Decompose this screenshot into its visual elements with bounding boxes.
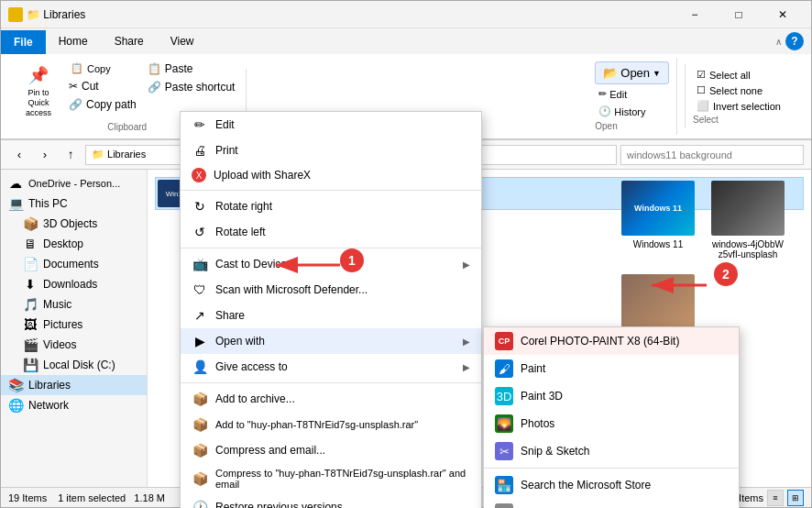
thumb-windows11[interactable]: Windows 11 Windows 11 <box>617 177 699 263</box>
submenu-paint[interactable]: 🖌 Paint <box>484 355 739 382</box>
thumb-windows4jobb[interactable]: windows-4jObbWz5vfI-unsplash <box>707 177 789 263</box>
ctx-add-rar[interactable]: 📦 Add to "huy-phan-T8TNrEid7sg-unsplash.… <box>181 412 481 437</box>
open-button[interactable]: 📂 Open ▼ <box>595 61 669 84</box>
tab-file[interactable]: File <box>1 30 46 54</box>
desktop-icon: 🖥 <box>23 237 38 251</box>
copy-button[interactable]: 📋 Copy <box>65 61 140 76</box>
3d-objects-icon: 📦 <box>23 216 38 231</box>
minimize-button[interactable]: − <box>674 1 716 28</box>
ctx-edit[interactable]: ✏ Edit <box>181 112 481 138</box>
sidebar-item-network[interactable]: 🌐 Network <box>1 395 147 415</box>
ctx-share[interactable]: ↗ Share <box>181 303 481 328</box>
ctx-sharex[interactable]: X Upload with ShareX <box>181 163 481 187</box>
ctx-rotate-left-icon: ↺ <box>192 224 208 240</box>
ctx-restore-versions[interactable]: 🕐 Restore previous versions <box>181 494 481 508</box>
edit-button[interactable]: ✏ Edit <box>595 86 669 102</box>
ctx-scan-defender[interactable]: 🛡 Scan with Microsoft Defender... <box>181 277 481 303</box>
cut-button[interactable]: ✂ Cut <box>65 78 140 94</box>
ctx-share-icon: ↗ <box>192 307 208 324</box>
ctx-print[interactable]: 🖨 Print <box>181 138 481 163</box>
sidebar-item-desktop[interactable]: 🖥 Desktop <box>1 234 147 254</box>
ctx-defender-icon: 🛡 <box>192 282 208 298</box>
sidebar-item-documents[interactable]: 📄 Documents <box>1 254 147 274</box>
copy-path-icon: 🔗 <box>69 98 82 111</box>
sidebar-item-downloads[interactable]: ⬇ Downloads <box>1 274 147 294</box>
tab-view[interactable]: View <box>158 28 208 54</box>
ctx-compress-email[interactable]: 📦 Compress and email... <box>181 437 481 463</box>
close-button[interactable]: ✕ <box>762 1 804 28</box>
paste-shortcut-button[interactable]: 🔗 Paste shortcut <box>144 79 239 95</box>
copy-path-button[interactable]: 🔗 Copy path <box>65 96 140 113</box>
submenu-corel[interactable]: CP Corel PHOTO-PAINT X8 (64-Bit) <box>484 327 739 355</box>
ctx-archive-icon: 📦 <box>192 391 208 407</box>
ctx-print-icon: 🖨 <box>192 142 208 159</box>
onedrive-icon: ☁ <box>8 176 23 191</box>
cut-icon: ✂ <box>69 80 78 93</box>
ctx-compress-icon: 📦 <box>192 442 208 458</box>
snip-icon: ✂ <box>495 442 513 460</box>
view-toggle-list[interactable]: ≡ <box>767 490 784 506</box>
title-bar: 📁 Libraries − □ ✕ <box>1 1 811 28</box>
up-button[interactable]: ↑ <box>60 144 82 166</box>
sidebar-item-libraries[interactable]: 📚 Libraries <box>1 375 147 395</box>
open-icon: 📂 <box>603 66 618 80</box>
select-all-button[interactable]: ☑ Select all <box>693 68 796 82</box>
submenu-store[interactable]: 🏪 Search the Microsoft Store <box>484 471 739 499</box>
sidebar: ☁ OneDrive - Person... 💻 This PC 📦 3D Ob… <box>1 170 148 487</box>
ctx-rotate-left[interactable]: ↺ Rotate left <box>181 219 481 245</box>
paint-icon: 🖌 <box>495 359 513 378</box>
paste-buttons: 📋 Paste 🔗 Paste shortcut <box>144 61 239 95</box>
ctx-cast-arrow: ▶ <box>463 260 470 270</box>
back-button[interactable]: ‹ <box>8 144 30 166</box>
sidebar-item-3d-objects[interactable]: 📦 3D Objects <box>1 214 147 234</box>
sidebar-item-this-pc[interactable]: 💻 This PC <box>1 193 147 214</box>
pin-quick-access-button[interactable]: 📌 Pin to Quick access <box>16 61 61 119</box>
select-none-icon: ☐ <box>697 84 706 96</box>
thumb-extra[interactable] <box>617 271 699 333</box>
forward-button[interactable]: › <box>34 144 56 166</box>
sidebar-item-music[interactable]: 🎵 Music <box>1 294 147 315</box>
clipboard-label: Clipboard <box>107 122 147 132</box>
tab-home[interactable]: Home <box>46 28 102 54</box>
submenu-snip[interactable]: ✂ Snip & Sketch <box>484 437 739 465</box>
maximize-button[interactable]: □ <box>718 1 760 28</box>
main-window: 📁 Libraries − □ ✕ File Home Share View ∧ <box>0 0 812 508</box>
music-icon: 🎵 <box>23 297 38 312</box>
history-button[interactable]: 🕐 History <box>595 104 669 119</box>
submenu-photos[interactable]: 🌄 Photos <box>484 410 739 437</box>
search-input[interactable] <box>620 145 804 165</box>
view-toggle-grid[interactable]: ⊞ <box>787 490 804 506</box>
invert-selection-button[interactable]: ⬜ Invert selection <box>693 99 796 113</box>
submenu-choose-app[interactable]: ⊕ Choose another app <box>484 499 739 508</box>
downloads-icon: ⬇ <box>23 277 38 292</box>
store-icon: 🏪 <box>495 476 513 494</box>
ctx-give-access[interactable]: 👤 Give access to ▶ <box>181 354 481 380</box>
sidebar-item-onedrive[interactable]: ☁ OneDrive - Person... <box>1 173 147 193</box>
ctx-rotate-right-icon: ↻ <box>192 198 208 215</box>
open-group: 📂 Open ▼ ✏ Edit 🕐 History Open <box>587 58 677 135</box>
pin-icon: 📌 <box>26 62 51 88</box>
submenu-paint3d[interactable]: 3D Paint 3D <box>484 382 739 410</box>
ctx-add-archive[interactable]: 📦 Add to archive... <box>181 386 481 412</box>
address-text: 📁 Libraries <box>92 149 146 160</box>
ctx-compress-rar-email[interactable]: 📦 Compress to "huy-phan-T8TNrEid7sg-unsp… <box>181 463 481 494</box>
pictures-icon: 🖼 <box>23 317 38 332</box>
ctx-rotate-right[interactable]: ↻ Rotate right <box>181 193 481 219</box>
edit-icon: ✏ <box>598 88 607 100</box>
ctx-open-with-arrow: ▶ <box>463 337 470 347</box>
collapse-ribbon[interactable]: ∧ <box>775 37 782 47</box>
title-bar-buttons: − □ ✕ <box>674 1 804 28</box>
select-group-label: Select <box>693 115 796 125</box>
sidebar-item-pictures[interactable]: 🖼 Pictures <box>1 315 147 335</box>
videos-icon: 🎬 <box>23 337 38 352</box>
sidebar-item-local-disk[interactable]: 💾 Local Disk (C:) <box>1 355 147 375</box>
ctx-open-with[interactable]: ▶ Open with ▶ CP Corel PHOTO-PAINT X8 (6… <box>181 328 481 354</box>
ribbon-tabs: File Home Share View ∧ ? <box>1 28 811 54</box>
sidebar-item-videos[interactable]: 🎬 Videos <box>1 335 147 355</box>
select-none-button[interactable]: ☐ Select none <box>693 83 796 97</box>
paste-button[interactable]: 📋 Paste <box>144 61 239 77</box>
ctx-cast-to-device[interactable]: 📺 Cast to Device ▶ <box>181 251 481 277</box>
help-button[interactable]: ? <box>785 32 804 50</box>
tab-share[interactable]: Share <box>102 28 158 54</box>
thumb-img-extra <box>621 274 695 329</box>
